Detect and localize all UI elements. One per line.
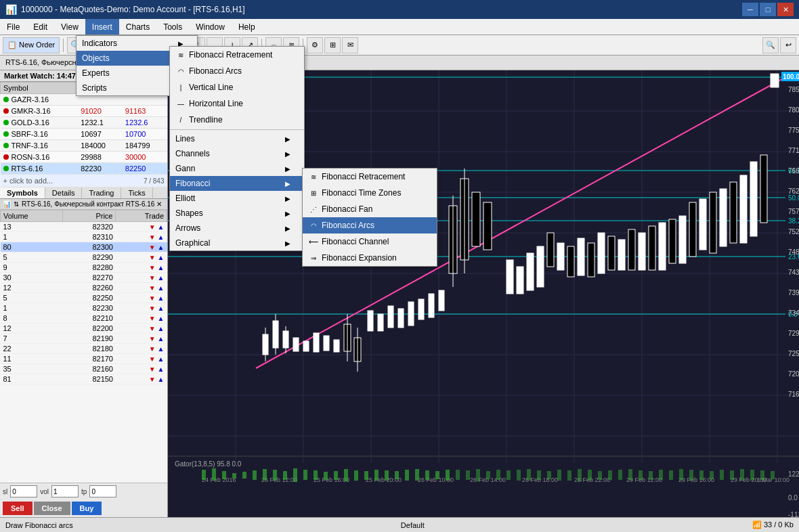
trade-row-highlighted[interactable]: 8082300 ▼ ▲ [1, 242, 167, 252]
separator [170, 129, 304, 130]
fib-time-zones[interactable]: ⊞Fibonacci Time Zones [303, 185, 437, 201]
tab-trading[interactable]: Trading [82, 187, 121, 198]
menu-view[interactable]: View [54, 19, 85, 35]
fib-channel[interactable]: ⟵Fibonacci Channel [303, 234, 437, 250]
fib-arcs[interactable]: ◠Fibonacci Arcs [303, 217, 437, 234]
svg-rect-149 [496, 470, 500, 480]
main-layout: Market Watch: 14:47 Symbol GAZR-3.16 [0, 70, 799, 517]
obj-elliott[interactable]: Elliott ▶ [170, 191, 304, 206]
symbol-cell: GAZR-3.16 [1, 94, 79, 106]
tab-details[interactable]: Details [45, 187, 83, 198]
menu-insert[interactable]: Insert [85, 19, 119, 35]
tab-symbols[interactable]: Symbols [0, 187, 45, 198]
obj-hline[interactable]: —Horizontal Line [170, 95, 304, 112]
status-dot [3, 143, 9, 148]
trade-row[interactable]: 582290 ▼ ▲ [1, 252, 167, 263]
mw-row-trnf[interactable]: TRNF-3.16 184000 184799 [1, 140, 167, 152]
objects-submenu: ≋Fibonacci Retracement ◠Fibonacci Arcs |… [169, 46, 305, 251]
svg-rect-169 [699, 470, 704, 480]
svg-rect-64 [537, 246, 544, 287]
obj-shapes[interactable]: Shapes ▶ [170, 206, 304, 221]
trade-row[interactable]: 3082270 ▼ ▲ [1, 273, 167, 283]
svg-rect-121 [212, 468, 216, 481]
svg-rect-152 [527, 469, 531, 481]
menu-help[interactable]: Help [232, 19, 262, 35]
sl-input[interactable] [10, 485, 37, 497]
svg-rect-122 [222, 471, 226, 479]
svg-rect-120 [202, 470, 206, 480]
svg-rect-125 [253, 470, 257, 480]
trade-row[interactable]: 982280 ▼ ▲ [1, 263, 167, 273]
maximize-button[interactable]: □ [760, 3, 776, 16]
obj-arrows[interactable]: Arrows ▶ [170, 221, 304, 236]
col-volume: Volume [1, 210, 63, 222]
close-button[interactable]: ✕ [777, 3, 794, 16]
obj-fib-arcs[interactable]: ◠Fibonacci Arcs [170, 63, 304, 79]
obj-lines[interactable]: Lines ▶ [170, 131, 304, 146]
minimize-button[interactable]: ─ [742, 3, 758, 16]
trade-row[interactable]: 1282260 ▼ ▲ [1, 283, 167, 293]
template-button[interactable]: ⊞ [324, 37, 341, 53]
trade-table: Volume Price Trade 1382320 ▼ ▲ 182310 ▼ … [0, 210, 167, 384]
fib-expansion[interactable]: ⇒Fibonacci Expansion [303, 250, 437, 266]
menu-file[interactable]: File [0, 19, 26, 35]
menu-tools[interactable]: Tools [156, 19, 189, 35]
svg-rect-47 [368, 311, 373, 331]
buy-button[interactable]: Buy [72, 502, 102, 515]
svg-rect-173 [740, 469, 744, 481]
close-button[interactable]: Close [34, 502, 70, 515]
trade-row[interactable]: 582250 ▼ ▲ [1, 293, 167, 303]
mw-row-rosn[interactable]: ROSN-3.16 29988 30000 [1, 152, 167, 163]
svg-rect-151 [517, 470, 521, 481]
mw-row-sbrf[interactable]: SBRF-3.16 10697 10700 [1, 129, 167, 140]
app-icon: 📊 [5, 4, 17, 15]
undo-button[interactable]: ↩ [780, 37, 796, 53]
menu-charts[interactable]: Charts [119, 19, 156, 35]
svg-rect-76 [659, 223, 666, 270]
graphical-label: Graphical [175, 238, 210, 248]
svg-text:72530: 72530 [788, 350, 799, 357]
obj-gann[interactable]: Gann ▶ [170, 161, 304, 176]
mw-row-rts[interactable]: RTS-6.16 82230 82250 [1, 163, 167, 175]
menu-window[interactable]: Window [189, 19, 232, 35]
trend-icon: / [175, 114, 186, 125]
tp-input[interactable] [89, 485, 116, 497]
market-watch-title: Market Watch: 14:47 [4, 72, 76, 80]
obj-trendline[interactable]: /Trendline [170, 112, 304, 128]
obj-channels[interactable]: Channels ▶ [170, 146, 304, 161]
trade-row[interactable]: 182310 ▼ ▲ [1, 232, 167, 242]
zoom-fit-button[interactable]: 🔍 [762, 37, 779, 53]
settings-button[interactable]: ⚙ [307, 37, 323, 53]
trade-row[interactable]: 1182170 ▼ ▲ [1, 354, 167, 364]
trade-row[interactable]: 782190 ▼ ▲ [1, 334, 167, 344]
connection-icon: 📶 [752, 520, 762, 529]
obj-graphical[interactable]: Graphical ▶ [170, 236, 304, 250]
new-order-button[interactable]: 📋 New Order [3, 37, 60, 53]
trade-row[interactable]: 1282200 ▼ ▲ [1, 324, 167, 334]
trade-row[interactable]: 1382320 ▼ ▲ [1, 222, 167, 232]
mw-row-gold[interactable]: GOLD-3.16 1232.1 1232.6 [1, 117, 167, 129]
tab-ticks[interactable]: Ticks [121, 187, 152, 198]
email-button[interactable]: ✉ [342, 37, 358, 53]
vol-input[interactable] [51, 485, 79, 497]
svg-rect-62 [517, 267, 523, 294]
status-dot [3, 154, 9, 160]
obj-vline[interactable]: |Vertical Line [170, 79, 304, 95]
sell-button[interactable]: Sell [3, 502, 33, 515]
svg-rect-139 [395, 471, 399, 479]
mw-row-gmkr[interactable]: GMKR-3.16 91020 91163 [1, 106, 167, 117]
trade-row[interactable]: 8182150 ▼ ▲ [1, 374, 167, 384]
trade-row[interactable]: 882210 ▼ ▲ [1, 313, 167, 324]
trade-row[interactable]: 182230 ▼ ▲ [1, 303, 167, 313]
trade-row[interactable]: 2282180 ▼ ▲ [1, 344, 167, 354]
fib-fan[interactable]: ⋰Fibonacci Fan [303, 201, 437, 217]
obj-fib-retracement[interactable]: ≋Fibonacci Retracement [170, 47, 304, 63]
obj-fibonacci[interactable]: Fibonacci ▶ [170, 176, 304, 191]
svg-rect-154 [547, 471, 551, 479]
svg-rect-133 [334, 471, 338, 480]
trade-row[interactable]: 3582160 ▼ ▲ [1, 364, 167, 374]
add-symbol-row[interactable]: + click to add... 7 / 843 [1, 175, 167, 187]
fib-retracement[interactable]: ≋Fibonacci Retracement [303, 169, 437, 185]
svg-rect-59 [472, 192, 480, 246]
menu-edit[interactable]: Edit [26, 19, 54, 35]
